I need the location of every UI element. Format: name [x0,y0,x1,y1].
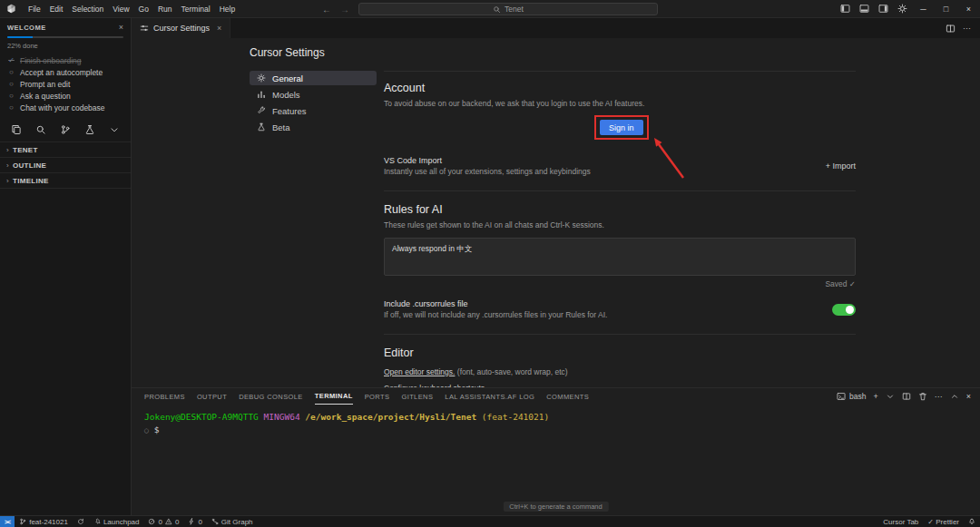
menu-go[interactable]: Go [134,5,153,14]
chevron-right-icon: › [6,161,9,170]
git-branch-item[interactable]: feat-241021 [15,516,73,527]
terminal-input-line: ○$ [144,424,980,437]
sidebar-section-tenet[interactable]: › TENET [0,142,131,157]
chevron-right-icon: › [6,177,9,185]
maximize-button[interactable]: □ [935,0,957,18]
prettier-item[interactable]: ✓ Prettier [923,518,964,526]
source-control-icon[interactable] [60,124,71,135]
settings-nav-beta[interactable]: Beta [250,120,377,134]
remote-indicator[interactable]: >< [0,516,15,527]
notifications-item[interactable] [964,518,980,525]
close-button[interactable]: × [957,0,980,18]
checklist-item-accept-autocomplete[interactable]: ○ Accept an autocomplete [0,66,131,78]
settings-nav-models[interactable]: Models [250,87,377,102]
menu-view[interactable]: View [108,5,133,14]
nav-label: Beta [272,122,290,132]
bell-icon [968,518,975,525]
settings-gear-icon[interactable] [893,0,912,18]
bar-chart-icon [257,90,266,99]
panel-tab-output[interactable]: OUTPUT [197,388,227,405]
menu-edit[interactable]: Edit [45,5,68,14]
panel-tab-ai-assistants-log[interactable]: LAL ASSISTANTS.AF LOG [445,388,534,405]
cursor-tab-label: Cursor Tab [883,518,918,526]
toggle-panel-icon[interactable] [855,0,874,18]
editor-tabstrip: Cursor Settings × ··· [132,18,980,38]
panel-tab-problems[interactable]: PROBLEMS [144,388,185,405]
open-editor-settings-link[interactable]: Open editor settings. [384,367,455,376]
nav-label: Models [272,90,300,100]
toggle-secondary-sidebar-icon[interactable] [874,0,893,18]
toggle-sidebar-icon[interactable] [836,0,855,18]
chevron-down-icon[interactable] [886,392,895,401]
zap-count-item[interactable]: 0 [183,516,206,527]
terminal-git-branch: (feat-241021) [482,412,549,422]
problems-item[interactable]: 0 0 [143,516,183,527]
settings-content: Account To avoid abuse on our backend, w… [384,71,856,387]
welcome-close-icon[interactable]: × [119,23,123,32]
beaker-icon[interactable] [84,124,95,135]
cursorrules-toggle[interactable] [832,304,856,316]
checklist-item-ask-question[interactable]: ○ Ask a question [0,90,131,102]
menu-file[interactable]: File [24,5,45,14]
kill-terminal-trash-icon[interactable] [918,392,927,401]
checklist-item-prompt-edit[interactable]: ○ Prompt an edit [0,78,131,90]
chevron-down-icon[interactable] [109,124,120,135]
sync-changes-item[interactable] [73,516,89,527]
terminal-path: /e/work_space/project/Hysli/Tenet [305,412,476,422]
import-button[interactable]: + Import [826,161,856,171]
branch-icon [19,518,26,525]
statusbar: >< feat-241021 Launchpad 0 0 0 Git Graph [0,515,980,527]
command-decoration-icon: ○ [144,426,149,434]
panel-tab-gitlens[interactable]: GITLENS [401,388,433,405]
git-graph-item[interactable]: Git Graph [207,516,258,527]
panel-tab-ports[interactable]: PORTS [365,388,390,405]
command-center-search[interactable]: Tenet [358,3,658,15]
sign-in-button[interactable]: Sign in [600,120,643,135]
checklist-item-chat-codebase[interactable]: ○ Chat with your codebase [0,102,131,113]
terminal-content[interactable]: Jokeny@DESKTOP-A9MQTTG MINGW64 /e/work_s… [132,405,980,437]
sidebar-section-outline[interactable]: › OUTLINE [0,157,131,172]
shell-selector[interactable]: bash [837,392,866,401]
minimize-button[interactable]: ─ [912,0,935,18]
search-icon[interactable] [35,124,46,135]
history-back-icon[interactable]: ← [322,5,331,15]
sidebar-section-timeline[interactable]: › TIMELINE [0,172,131,188]
menu-help[interactable]: Help [215,5,240,14]
gear-icon [257,73,266,83]
branch-name: feat-241021 [29,518,68,526]
panel-tab-comments[interactable]: COMMENTS [546,388,589,405]
tab-cursor-settings[interactable]: Cursor Settings × [132,18,230,38]
explorer-icon[interactable] [11,124,22,135]
settings-nav-general[interactable]: General [250,71,377,85]
account-heading: Account [384,82,856,94]
split-editor-icon[interactable] [946,24,956,34]
history-forward-icon[interactable]: → [340,5,349,15]
launchpad-item[interactable]: Launchpad [89,516,144,527]
split-terminal-icon[interactable] [902,392,911,401]
section-divider [384,71,856,72]
menu-selection[interactable]: Selection [67,5,108,14]
main-row: WELCOME × 22% done ✓ Finish onboarding ○… [0,18,980,515]
rules-textarea[interactable]: Always respond in 中文 [384,238,856,276]
checklist-label: Finish onboarding [20,56,82,65]
settings-nav-features[interactable]: Features [250,103,377,118]
panel-tab-debug-console[interactable]: DEBUG CONSOLE [239,388,303,405]
maximize-panel-icon[interactable] [950,392,959,401]
rules-description: These rules get shown to the AI on all c… [384,220,856,229]
settings-nav: General Models Features Beta [250,71,377,387]
close-panel-icon[interactable]: × [966,392,971,401]
new-terminal-icon[interactable]: + [873,392,877,401]
statusbar-right: Cursor Tab ✓ Prettier [878,518,980,526]
signin-row: Sign in [384,120,856,138]
cursor-tab-item[interactable]: Cursor Tab [878,518,923,526]
more-actions-icon[interactable]: ··· [963,24,971,33]
checklist-item-finish-onboarding[interactable]: ✓ Finish onboarding [0,54,131,66]
panel-more-icon[interactable]: ··· [935,392,943,401]
zap-count: 0 [198,518,201,526]
terminal-env: MINGW64 [264,412,300,422]
tab-close-icon[interactable]: × [217,24,221,33]
panel-tab-terminal[interactable]: TERMINAL [315,388,353,405]
menu-run[interactable]: Run [153,5,177,14]
menu-terminal[interactable]: Terminal [177,5,215,14]
welcome-panel-header: WELCOME × [0,18,131,34]
